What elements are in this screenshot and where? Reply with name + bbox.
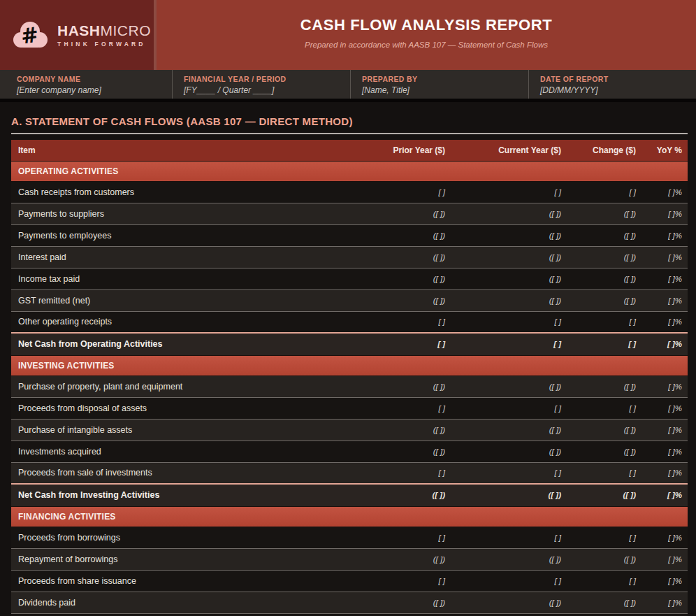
change-cell[interactable]: [ ]	[567, 333, 641, 355]
table-row: Other operating receipts[ ][ ][ ][ ]%	[11, 311, 688, 333]
yoy-cell[interactable]: [ ]%	[641, 484, 688, 506]
current-year-cell[interactable]: ([ ])	[451, 375, 567, 397]
prior-year-cell[interactable]: [ ]	[332, 397, 451, 419]
table-row: Repayment of borrowings([ ])([ ])([ ])[ …	[11, 548, 688, 570]
change-cell[interactable]: [ ]	[567, 527, 641, 548]
yoy-cell[interactable]: [ ]%	[641, 548, 688, 570]
change-cell[interactable]: ([ ])	[567, 203, 641, 224]
prior-year-cell[interactable]: ([ ])	[332, 484, 451, 506]
current-year-cell[interactable]: ([ ])	[451, 203, 567, 224]
column-header-prior-year: Prior Year ($)	[332, 140, 451, 161]
change-cell[interactable]: [ ]	[567, 181, 641, 203]
current-year-cell[interactable]: ([ ])	[451, 440, 567, 462]
current-year-cell[interactable]: [ ]	[451, 527, 567, 548]
prior-year-cell[interactable]: ([ ])	[332, 268, 451, 289]
prior-year-cell[interactable]: ([ ])	[332, 548, 451, 570]
item-cell: Repayment of borrowings	[11, 548, 332, 570]
yoy-cell[interactable]: [ ]%	[641, 203, 688, 224]
item-cell: Other operating receipts	[11, 311, 332, 333]
current-year-cell[interactable]: ([ ])	[451, 246, 567, 268]
prior-year-cell[interactable]: [ ]	[332, 311, 451, 333]
yoy-cell[interactable]: [ ]%	[641, 246, 688, 268]
current-year-cell[interactable]: ([ ])	[451, 268, 567, 289]
prepared-by-field[interactable]: [Name, Title]	[362, 85, 523, 95]
item-cell: Net Cash from Operating Activities	[11, 333, 332, 355]
prior-year-cell[interactable]: ([ ])	[332, 375, 451, 397]
current-year-cell[interactable]: ([ ])	[451, 548, 567, 570]
current-year-cell[interactable]: [ ]	[451, 397, 567, 419]
prior-year-cell[interactable]: ([ ])	[332, 289, 451, 311]
yoy-cell[interactable]: [ ]%	[641, 419, 688, 440]
current-year-cell[interactable]: ([ ])	[451, 289, 567, 311]
change-cell[interactable]: ([ ])	[567, 440, 641, 462]
change-cell[interactable]: ([ ])	[567, 548, 641, 570]
change-cell[interactable]: ([ ])	[567, 419, 641, 440]
report-subtitle: Prepared in accordance with AASB 107 — S…	[157, 41, 696, 49]
current-year-cell[interactable]: ([ ])	[451, 224, 567, 246]
change-cell[interactable]: ([ ])	[567, 484, 641, 506]
prior-year-cell[interactable]: ([ ])	[332, 224, 451, 246]
prior-year-cell[interactable]: [ ]	[332, 333, 451, 355]
yoy-cell[interactable]: [ ]%	[641, 224, 688, 246]
current-year-cell[interactable]: [ ]	[451, 333, 567, 355]
yoy-cell[interactable]: [ ]%	[641, 462, 688, 484]
item-cell: Proceeds from disposal of assets	[11, 397, 332, 419]
report-info-bar: COMPANY NAME [Enter company name] FINANC…	[0, 70, 696, 102]
change-cell[interactable]: ([ ])	[567, 613, 641, 616]
yoy-cell[interactable]: [ ]%	[641, 311, 688, 333]
cash-flow-table-header: Item Prior Year ($) Current Year ($) Cha…	[11, 140, 688, 161]
yoy-cell[interactable]: [ ]%	[641, 592, 688, 613]
cash-flow-table: Item Prior Year ($) Current Year ($) Cha…	[11, 140, 688, 616]
column-header-change: Change ($)	[567, 140, 641, 161]
table-row: Proceeds from borrowings[ ][ ][ ][ ]%	[11, 527, 688, 548]
section-row: FINANCING ACTIVITIES	[11, 506, 688, 527]
financial-year-field[interactable]: [FY____ / Quarter ____]	[184, 85, 345, 95]
change-cell[interactable]: ([ ])	[567, 289, 641, 311]
change-cell[interactable]: ([ ])	[567, 375, 641, 397]
change-cell[interactable]: ([ ])	[567, 268, 641, 289]
prior-year-cell[interactable]: [ ]	[332, 570, 451, 592]
yoy-cell[interactable]: [ ]%	[641, 527, 688, 548]
change-cell[interactable]: ([ ])	[567, 246, 641, 268]
yoy-cell[interactable]: [ ]%	[641, 570, 688, 592]
prior-year-cell[interactable]: ([ ])	[332, 613, 451, 616]
yoy-cell[interactable]: [ ]%	[641, 440, 688, 462]
current-year-cell[interactable]: ([ ])	[451, 592, 567, 613]
prior-year-cell[interactable]: ([ ])	[332, 592, 451, 613]
prior-year-cell[interactable]: ([ ])	[332, 203, 451, 224]
change-cell[interactable]: [ ]	[567, 570, 641, 592]
yoy-cell[interactable]: [ ]%	[641, 181, 688, 203]
prior-year-cell[interactable]: [ ]	[332, 181, 451, 203]
current-year-cell[interactable]: [ ]	[451, 311, 567, 333]
change-cell[interactable]: [ ]	[567, 311, 641, 333]
yoy-cell[interactable]: [ ]%	[641, 289, 688, 311]
prior-year-cell[interactable]: ([ ])	[332, 246, 451, 268]
item-cell: Purchase of intangible assets	[11, 419, 332, 440]
yoy-cell[interactable]: [ ]%	[641, 613, 688, 616]
company-name-label: COMPANY NAME	[17, 75, 166, 83]
table-row: Payments to employees([ ])([ ])([ ])[ ]%	[11, 224, 688, 246]
current-year-cell[interactable]: [ ]	[451, 181, 567, 203]
current-year-cell[interactable]: [ ]	[451, 462, 567, 484]
net-total-row: Net Cash from Investing Activities([ ])(…	[11, 484, 688, 506]
yoy-cell[interactable]: [ ]%	[641, 268, 688, 289]
yoy-cell[interactable]: [ ]%	[641, 333, 688, 355]
brand-text: HASHMICRO THINK FORWARD	[57, 23, 151, 48]
change-cell[interactable]: [ ]	[567, 397, 641, 419]
prior-year-cell[interactable]: [ ]	[332, 462, 451, 484]
section-row: INVESTING ACTIVITIES	[11, 355, 688, 375]
change-cell[interactable]: ([ ])	[567, 224, 641, 246]
prior-year-cell[interactable]: ([ ])	[332, 440, 451, 462]
yoy-cell[interactable]: [ ]%	[641, 397, 688, 419]
change-cell[interactable]: ([ ])	[567, 592, 641, 613]
change-cell[interactable]: [ ]	[567, 462, 641, 484]
current-year-cell[interactable]: ([ ])	[451, 613, 567, 616]
current-year-cell[interactable]: ([ ])	[451, 484, 567, 506]
yoy-cell[interactable]: [ ]%	[641, 375, 688, 397]
current-year-cell[interactable]: [ ]	[451, 570, 567, 592]
company-name-field[interactable]: [Enter company name]	[17, 85, 166, 95]
prior-year-cell[interactable]: ([ ])	[332, 419, 451, 440]
current-year-cell[interactable]: ([ ])	[451, 419, 567, 440]
date-of-report-field[interactable]: [DD/MM/YYYY]	[540, 85, 690, 95]
prior-year-cell[interactable]: [ ]	[332, 527, 451, 548]
